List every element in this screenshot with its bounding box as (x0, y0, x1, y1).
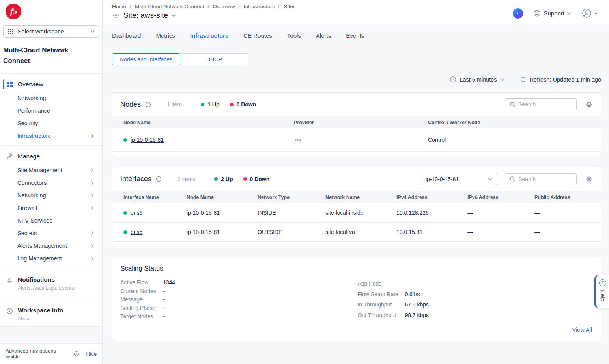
column-header: Interface Name (112, 195, 176, 200)
tab-metrics[interactable]: Metrics (156, 32, 175, 43)
chevron-right-icon (91, 134, 93, 138)
info-circle-icon (74, 351, 79, 357)
sidebar-item-secrets[interactable]: Secrets (0, 227, 102, 240)
divider (0, 268, 102, 268)
bell-icon (6, 277, 13, 291)
sidebar-item-alerts-management[interactable]: Alerts Management (0, 240, 102, 252)
scaling-status-card: Scaling Status Active Flow 1344 Current … (112, 257, 601, 341)
interface-name-link[interactable]: ens5 (131, 229, 142, 235)
sidebar-item-performance[interactable]: Performance (0, 104, 102, 117)
sidebar-section-overview[interactable]: Overview (0, 77, 102, 92)
site-title-row[interactable]: aws Site: aws-site (112, 11, 295, 20)
workspace-selector-label: Select Workspace (18, 28, 87, 35)
network-name: site-local-inside (314, 210, 385, 216)
node-name-link[interactable]: ip-10-0-15-81 (131, 137, 164, 143)
nodes-card-title: Nodes (120, 100, 141, 109)
node-filter-select[interactable]: ip-10-0-15-81 (420, 173, 497, 185)
tab-alerts[interactable]: Alerts (316, 32, 331, 43)
nodes-down-count: 0 Down (237, 101, 256, 108)
refresh-button[interactable]: Refresh: Updated 1 min ago (520, 76, 601, 83)
time-range-selector[interactable]: Last 5 minutes (450, 76, 504, 83)
view-all-link[interactable]: View All (120, 321, 593, 336)
gear-icon[interactable] (585, 175, 593, 183)
sidebar-item-notifications[interactable]: Notifications Alerts, Audit Logs, Events (0, 271, 102, 295)
subtab-dhcp[interactable]: DHCP (180, 53, 248, 65)
interfaces-search-input[interactable] (518, 176, 573, 182)
sidebar-item-infrastructure[interactable]: Infrastructure (0, 130, 102, 142)
down-status-dot (230, 103, 234, 106)
sidebar-item-label: Alerts Management (17, 243, 67, 249)
column-header: IPv4 Address (385, 195, 456, 200)
node-status-dot (123, 138, 127, 142)
account-menu[interactable] (581, 8, 598, 19)
nodes-search[interactable] (506, 98, 577, 110)
sidebar-item-workspace-info[interactable]: Workspace Info About (0, 302, 102, 326)
tab-ce-routes[interactable]: CE Routes (243, 32, 272, 43)
sidebar-item-networking-manage[interactable]: Networking (0, 189, 102, 202)
chevron-down-icon (91, 30, 95, 33)
info-circle-icon[interactable] (156, 176, 162, 182)
metric-label: Message (120, 295, 163, 304)
scaling-status-title: Scaling Status (120, 265, 593, 273)
sidebar-nav: Overview Networking Performance Security… (0, 74, 102, 326)
metric-value: - (163, 287, 165, 296)
ipv6-address: — (456, 229, 523, 235)
tab-events[interactable]: Events (346, 32, 364, 43)
help-widget[interactable]: ? Help (594, 275, 609, 308)
workspace-selector[interactable]: Select Workspace (3, 25, 99, 38)
breadcrumb-home[interactable]: Home (112, 4, 126, 9)
interface-name-link[interactable]: ens6 (131, 210, 142, 216)
workspace-title: Multi-Cloud Network Connect (0, 38, 102, 74)
metric-label: Target Nodes (120, 312, 163, 321)
sidebar-item-label: NFV Services (17, 217, 52, 224)
chevron-right-icon (278, 5, 280, 8)
support-menu[interactable]: Support (533, 9, 571, 17)
interfaces-item-count: 2 items (177, 176, 195, 182)
sidebar-section-manage[interactable]: Manage (0, 149, 102, 164)
column-header: IPv6 Address (456, 195, 523, 200)
chevron-right-icon (91, 244, 93, 248)
gear-icon[interactable] (585, 101, 593, 108)
nodes-search-input[interactable] (518, 101, 573, 108)
sidebar-item-networking[interactable]: Networking (0, 92, 102, 104)
tab-dashboard[interactable]: Dashboard (112, 32, 141, 43)
breadcrumb-sites[interactable]: Sites (284, 4, 295, 9)
advanced-nav-text: Advanced nav options visible (6, 348, 71, 360)
metric-row: Active Flow 1344 (120, 279, 357, 287)
metric-row: Flow Setup Rate 0.61/s (357, 289, 429, 300)
chevron-down-icon (172, 14, 176, 17)
interfaces-search[interactable] (506, 173, 577, 185)
node-filter-value: ip-10-0-15-81 (426, 176, 459, 182)
metric-label: Flow Setup Rate (357, 289, 405, 300)
column-header: Public Address (523, 195, 601, 200)
nodes-table-header: Node Name Provider Control / Worker Node (112, 116, 601, 128)
public-address: — (523, 229, 601, 235)
nodes-item-count: 1 item (167, 101, 182, 108)
sidebar-item-label: Connectors (17, 180, 47, 186)
interfaces-card: Interfaces 2 items 2 Up 0 Down (112, 167, 601, 247)
metric-row: Out Throughput 98.7 kbps (357, 310, 429, 321)
breadcrumb: Home Multi-Cloud Network Connect Overvie… (112, 4, 295, 9)
hide-advanced-nav-button[interactable]: Hide (86, 351, 97, 357)
sidebar-item-label: Performance (17, 108, 50, 114)
sidebar-item-log-management[interactable]: Log Management (0, 252, 102, 265)
metric-row: Current Nodes - (120, 287, 357, 296)
chevron-right-icon (91, 168, 93, 172)
subtab-nodes-and-interfaces[interactable]: Nodes and Interfaces (112, 53, 180, 65)
metric-row: Target Nodes - (120, 312, 357, 321)
page-title: Site: aws-site (123, 11, 168, 20)
chevron-down-icon (594, 12, 598, 15)
ai-assistant-button[interactable] (513, 8, 523, 19)
sidebar-item-firewall[interactable]: Firewall (0, 202, 102, 214)
f5-logo[interactable]: f5 (6, 4, 21, 19)
sidebar-item-label: Firewall (17, 205, 37, 211)
info-circle-icon[interactable] (145, 102, 151, 108)
sidebar-item-security[interactable]: Security (0, 117, 102, 130)
sidebar-item-nfv-services[interactable]: NFV Services (0, 214, 102, 227)
node-role: Control (417, 137, 601, 143)
tab-infrastructure[interactable]: Infrastructure (190, 32, 229, 43)
section-label: Overview (18, 81, 43, 88)
sidebar-item-connectors[interactable]: Connectors (0, 176, 102, 189)
sidebar-item-site-management[interactable]: Site Management (0, 164, 102, 176)
tab-tools[interactable]: Tools (287, 32, 301, 43)
